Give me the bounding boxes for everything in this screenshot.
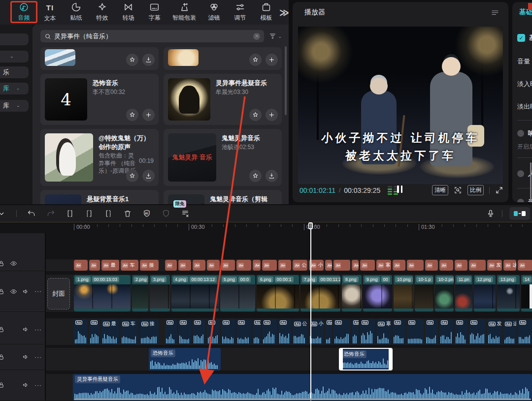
toggle-icon[interactable] [517, 170, 524, 177]
quality-button[interactable]: 清晰 [432, 185, 448, 195]
tab-adjust[interactable]: 调节 [227, 2, 253, 23]
text-clip[interactable]: A≡ [278, 260, 291, 271]
tab-magic[interactable]: 智能包装 [167, 2, 201, 23]
text-clip[interactable]: A≡ [333, 260, 350, 271]
video-clip[interactable]: 10-2.pn [435, 275, 454, 311]
speaker-track-icon[interactable] [22, 326, 30, 333]
video-clip[interactable]: 10-1.p [415, 275, 433, 311]
more-tabs-button[interactable]: ≫ [279, 7, 289, 18]
speaker-track-icon[interactable] [22, 381, 30, 389]
tab-template[interactable]: 模板 [253, 2, 279, 23]
voiceover-clip[interactable]: Aa [518, 319, 532, 344]
voiceover-clip[interactable]: Aa公 [293, 319, 307, 344]
lock-track-icon[interactable] [0, 381, 5, 389]
text-clip[interactable]: A≡车 [121, 260, 138, 271]
video-clip[interactable]: 12.png [474, 275, 496, 311]
plus-button[interactable] [142, 109, 155, 121]
sidebar-item-2[interactable]: 乐 [0, 66, 29, 78]
timeline-ruler[interactable]: 00:0000:3001:0001:30 [0, 222, 532, 233]
video-clip[interactable]: 7.png00:00:11:2 [300, 275, 340, 311]
voiceover-clip[interactable]: Aa这 [503, 319, 516, 344]
more-options-icon[interactable]: ··· [34, 382, 42, 389]
inspector-scrollbar[interactable] [530, 162, 532, 202]
collapse-icon[interactable] [0, 209, 6, 218]
voiceover-clip[interactable]: Aa [469, 319, 486, 344]
voiceover-clip[interactable]: Aa [425, 319, 438, 344]
voiceover-clip[interactable]: Aa [352, 319, 359, 344]
delete-icon[interactable] [123, 209, 132, 218]
voiceover-clip[interactable]: Aa [253, 319, 261, 344]
speaker-track-icon[interactable] [22, 288, 30, 295]
checkbox-checked-icon[interactable]: ✓ [517, 34, 525, 42]
voiceover-clip[interactable]: Aa [89, 319, 100, 344]
preview-zoom-icon[interactable] [454, 186, 462, 194]
shield-icon[interactable] [162, 209, 170, 218]
video-clip[interactable]: 4.png00:00:13:12 [171, 275, 219, 311]
plus-button[interactable] [266, 54, 278, 66]
star-button[interactable] [126, 54, 138, 66]
voiceover-clip[interactable]: Aa最 [101, 319, 119, 344]
tab-fx[interactable]: 特效 [89, 2, 115, 23]
text-clip[interactable]: A≡ [425, 260, 438, 271]
fullscreen-icon[interactable] [495, 186, 503, 194]
voiceover-clip[interactable]: Aa [165, 319, 177, 344]
text-clip[interactable]: A≡ [193, 260, 205, 271]
download-button[interactable] [142, 54, 155, 66]
music-clip[interactable]: 恐怖音乐 [149, 348, 221, 370]
download-button[interactable] [266, 170, 278, 182]
ratio-button[interactable]: 比例 [467, 185, 484, 195]
tab-captions[interactable]: 字幕 [141, 2, 167, 23]
horizontal-scrollbar[interactable] [74, 399, 531, 400]
video-clip[interactable]: 6.png00:00:1 [257, 275, 299, 311]
video-clip[interactable]: 5.png00:0 [220, 275, 255, 311]
voiceover-clip[interactable]: Aa [278, 319, 291, 344]
music-card[interactable]: 悬疑悬疑背景音乐1梁斌01:00 [40, 190, 159, 204]
cover-button[interactable]: 封面 [47, 278, 70, 309]
voiceover-clip[interactable]: Aa [221, 319, 235, 344]
filter-button[interactable]: ⌄ [269, 32, 282, 40]
text-clip[interactable]: A≡ [439, 260, 453, 271]
text-clip[interactable]: A≡发 [487, 260, 502, 271]
voiceover-clip[interactable]: Aa [360, 319, 375, 344]
tab-sticker[interactable]: 贴纸 [63, 2, 89, 23]
search-input[interactable] [54, 32, 253, 40]
text-clip[interactable]: A≡最 [101, 260, 119, 271]
text-clip[interactable]: A≡ [325, 260, 332, 271]
tab-transition[interactable]: 转场 [115, 2, 141, 23]
text-clip[interactable]: A≡公 [293, 260, 307, 271]
playhead[interactable] [308, 222, 313, 401]
speaker-track-icon[interactable] [22, 353, 30, 361]
timeline-snap-button[interactable] [509, 207, 530, 220]
text-clip[interactable]: A≡ [236, 260, 251, 271]
voiceover-clip[interactable]: Aa发 [487, 319, 502, 344]
star-button[interactable] [249, 109, 262, 121]
text-clip[interactable]: A≡ [253, 260, 261, 271]
music-card[interactable] [40, 47, 159, 70]
video-clip[interactable]: 9.png00 [363, 275, 392, 311]
text-clip[interactable]: A≡ [262, 260, 277, 271]
voiceover-clip[interactable]: Aa [193, 319, 205, 344]
tab-text[interactable]: TI文本 [37, 2, 63, 23]
pause-button[interactable] [397, 185, 402, 193]
star-button[interactable] [249, 54, 262, 66]
tab-filter[interactable]: 滤镜 [201, 2, 227, 23]
player-menu-icon[interactable] [491, 8, 499, 17]
text-clip[interactable]: A≡ [407, 260, 424, 271]
text-clip[interactable]: A≡ [455, 260, 467, 271]
text-clip[interactable]: A≡ [74, 260, 88, 271]
text-clip[interactable]: A≡ [165, 260, 177, 271]
undo-icon[interactable] [27, 209, 36, 218]
video-clip[interactable]: 3.png [150, 275, 170, 311]
search-clear-icon[interactable]: ✕ [253, 33, 260, 40]
music-card[interactable]: @特效鬼魅（万）创作的原声包含歌曲：灵异事件 （纯音乐）-原调音乐00:19 [40, 129, 159, 186]
voiceover-clip[interactable]: Aa [207, 319, 220, 344]
star-button[interactable] [126, 170, 138, 182]
sidebar-item-1[interactable]: ⌄ [0, 51, 29, 62]
voiceover-clip[interactable]: Aa [393, 319, 405, 344]
record-voice-icon[interactable] [486, 209, 495, 218]
voiceover-clip[interactable]: Aa接 [140, 319, 159, 344]
voiceover-clip[interactable]: Aa [236, 319, 251, 344]
music-card[interactable]: 灵异事件悬疑音乐牟晨光03:30 [164, 74, 282, 125]
text-clip[interactable]: A≡ [352, 260, 359, 271]
eye-track-icon[interactable] [10, 260, 17, 267]
